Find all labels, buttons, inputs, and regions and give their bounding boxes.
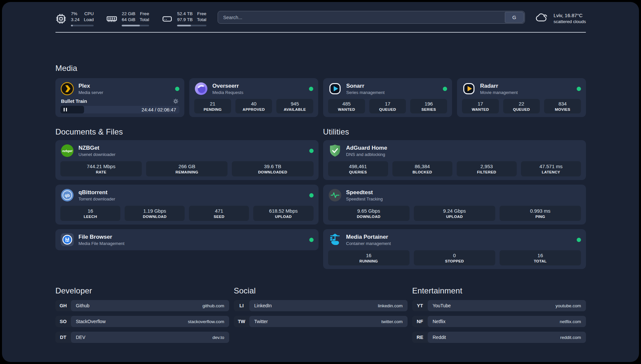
stat-tile: 39.6 TB DOWNLOADED: [232, 161, 313, 176]
stat-tile: 2,953 FILTERED: [457, 161, 517, 176]
app-subtitle: Torrent downloader: [78, 197, 115, 201]
stat-label: REMAINING: [175, 170, 198, 174]
search-bar: G: [218, 11, 525, 24]
app-card-speedtest[interactable]: Speedtest Speedtest Tracking 9.65 Gbps D…: [323, 185, 586, 225]
cpu-labels: CPU Load: [84, 11, 94, 23]
disk-values: 52.4 TB 97.9 TB: [177, 11, 193, 23]
stat-tile: 945 AVAILABLE: [276, 99, 313, 113]
link-row-netflix[interactable]: NF Netflix netflix.com: [412, 316, 586, 327]
stat-value: 9.65 Gbps: [357, 208, 380, 214]
developer-section-title: Developer: [55, 286, 229, 295]
app-card-filebrowser[interactable]: File Browser Media File Management: [55, 229, 319, 250]
stat-value: 266 GB: [178, 164, 195, 169]
search-input[interactable]: [218, 11, 525, 24]
memory-stat: 22 GiB 64 GiB Free Total: [106, 11, 149, 26]
pause-icon[interactable]: [64, 108, 67, 111]
now-playing-title: Bullet Train: [61, 99, 87, 104]
app-card-qbittorrent[interactable]: qb qBittorrent Torrent downloader 16 LEE…: [55, 185, 319, 225]
section-entertainment: Entertainment YT YouTube youtube.com NF …: [412, 286, 586, 343]
app-subtitle: Container management: [346, 241, 391, 246]
stat-value: 86,384: [415, 164, 430, 169]
link-url: github.com: [202, 303, 224, 308]
link-name: Twitter: [254, 319, 268, 324]
media-section-title: Media: [55, 64, 586, 73]
app-card-overseerr[interactable]: Overseerr Media Requests 21 PENDING 40 A…: [189, 78, 318, 117]
stat-label: QUEUED: [379, 107, 396, 111]
stat-label: SERIES: [421, 107, 436, 111]
stat-tile: 196 SERIES: [410, 99, 447, 113]
utilities-section-title: Utilities: [323, 127, 586, 136]
stat-tile: 744.21 Mbps RATE: [60, 161, 142, 176]
link-row-linkedin[interactable]: LI LinkedIn linkedin.com: [234, 300, 408, 311]
link-row-twitter[interactable]: TW Twitter twitter.com: [234, 316, 408, 327]
stat-value: 47.571 ms: [539, 164, 563, 169]
link-name: DEV: [76, 335, 85, 340]
weather-text: Lviv, 16.87°C scattered clouds: [554, 13, 586, 24]
stat-value: 16: [366, 253, 372, 258]
stat-tile: 16 TOTAL: [500, 250, 581, 265]
playback-progress-bar[interactable]: 24:44 / 02:06:47: [60, 106, 179, 113]
stat-value: 1.19 Gbps: [143, 208, 166, 214]
link-name: Github: [76, 303, 89, 308]
link-row-dev[interactable]: DT DEV dev.to: [55, 332, 229, 343]
app-card-adguard[interactable]: AdGuard Home DNS and adblocking 498,461 …: [323, 140, 586, 180]
link-abbr: RE: [412, 332, 428, 343]
stat-label: PING: [535, 215, 545, 219]
sonarr-icon: [328, 82, 342, 96]
link-url: netflix.com: [560, 319, 581, 324]
link-row-github[interactable]: GH Github github.com: [55, 300, 229, 311]
gear-icon[interactable]: [173, 98, 179, 104]
app-subtitle: Speedtest Tracking: [346, 197, 383, 201]
stat-tile: 471 SEED: [189, 206, 249, 221]
stat-tile: 834 MOVIES: [544, 99, 581, 113]
section-social: Social LI LinkedIn linkedin.com TW Twitt…: [234, 286, 408, 343]
system-stats: 7% 3.24 CPU Load 22 G: [55, 11, 206, 26]
documents-section-title: Documents & Files: [55, 127, 319, 136]
app-title: NZBGet: [78, 145, 115, 151]
stat-value: 17: [385, 101, 390, 106]
disk-total-value: 97.9 TB: [177, 17, 193, 23]
stat-label: DOWNLOADED: [258, 170, 287, 174]
app-card-portainer[interactable]: Media Portainer Container management 16 …: [323, 229, 586, 269]
disk-free-value: 52.4 TB: [177, 11, 193, 17]
stat-value: 16: [88, 208, 93, 214]
status-online-dot: [309, 193, 314, 197]
stat-label: AVAILABLE: [284, 107, 306, 111]
link-abbr: DT: [55, 332, 71, 343]
app-card-plex[interactable]: Plex Media server Bullet Train: [55, 78, 184, 117]
disk-stat: 52.4 TB 97.9 TB Free Total: [162, 11, 206, 26]
app-card-radarr[interactable]: Radarr Movie management 17 WANTED 22 QUE…: [457, 78, 586, 117]
link-row-youtube[interactable]: YT YouTube youtube.com: [412, 300, 586, 311]
link-url: reddit.com: [560, 335, 581, 340]
memory-total-label: Total: [140, 17, 149, 23]
link-row-stackoverflow[interactable]: SO StackOverflow stackoverflow.com: [55, 316, 229, 327]
stat-value: 618.52 Mbps: [269, 208, 298, 214]
stat-tile: 0 STOPPED: [414, 250, 495, 265]
link-abbr: GH: [55, 300, 71, 311]
stat-value: 485: [342, 101, 351, 106]
link-name: Netflix: [433, 319, 445, 324]
overseerr-icon: [194, 82, 208, 96]
section-utilities: Utilities AdGuard Home: [323, 127, 586, 269]
stat-value: 17: [477, 101, 483, 106]
link-row-reddit[interactable]: RE Reddit reddit.com: [412, 332, 586, 343]
stat-label: QUERIES: [349, 170, 367, 174]
stat-tile: 1.19 Gbps DOWNLOAD: [125, 206, 185, 221]
stat-tile: 21 PENDING: [194, 99, 231, 113]
app-card-nzbget[interactable]: nzbget NZBGet Usenet downloader 744.21 M…: [55, 140, 319, 180]
disk-labels: Free Total: [197, 11, 206, 23]
section-documents: Documents & Files nzbget NZBGet U: [55, 127, 319, 269]
app-title: AdGuard Home: [346, 145, 387, 151]
portainer-icon: [328, 233, 342, 247]
stat-label: LEECH: [84, 215, 97, 219]
stat-value: 16: [537, 253, 543, 258]
link-name: Reddit: [433, 335, 446, 340]
app-card-sonarr[interactable]: Sonarr Series management 485 WANTED 17 Q…: [323, 78, 452, 117]
stat-tile: 498,461 QUERIES: [328, 161, 388, 176]
memory-free-value: 22 GiB: [122, 11, 135, 17]
stat-label: TOTAL: [534, 259, 547, 263]
stat-label: STOPPED: [445, 259, 464, 263]
section-developer: Developer GH Github github.com SO StackO…: [55, 286, 229, 343]
app-subtitle: Media Requests: [212, 90, 243, 95]
search-engine-button[interactable]: G: [505, 12, 524, 23]
